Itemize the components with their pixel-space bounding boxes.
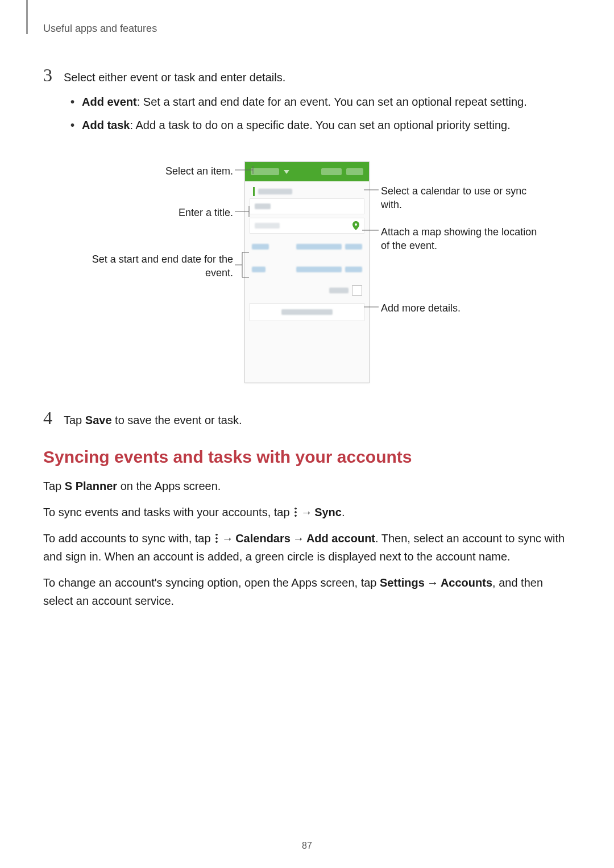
- bullet-title-task: Add task: [82, 119, 130, 131]
- allday-checkbox: [352, 285, 362, 296]
- event-form-diagram: Select an item. Enter a title. Set a sta…: [63, 161, 551, 389]
- page-number: 87: [0, 841, 614, 851]
- step-3: 3 Select either event or task and enter …: [43, 69, 571, 146]
- phone-header: [245, 162, 369, 181]
- map-pin-icon: [352, 221, 359, 230]
- p1-bold: S Planner: [65, 480, 117, 492]
- header-section: Useful apps and features: [43, 23, 571, 35]
- bullet-title-event: Add event: [82, 95, 137, 108]
- p3-b1: Calendars: [235, 532, 291, 545]
- step-4-bold: Save: [85, 414, 112, 426]
- callout-set-dates: Set a start and end date for the event.: [63, 252, 233, 280]
- step-4-post: to save the event or task.: [112, 414, 242, 426]
- allday-row: [250, 283, 364, 298]
- p1-post: on the Apps screen.: [117, 480, 221, 492]
- location-input-row: [250, 218, 364, 234]
- p2-pre: To sync events and tasks with your accou…: [43, 506, 293, 518]
- bullet-desc-event: : Set a start and end date for an event.…: [137, 95, 527, 108]
- para-splanner: Tap S Planner on the Apps screen.: [43, 477, 571, 495]
- more-options-icon-2: [214, 533, 219, 543]
- more-options-icon: [293, 507, 298, 517]
- callout-select-item: Select an item.: [63, 164, 233, 178]
- step-number-3: 3: [43, 66, 64, 84]
- dropdown-caret-icon: [284, 169, 289, 175]
- step-3-text: Select either event or task and enter de…: [64, 69, 571, 86]
- callout-enter-title: Enter a title.: [63, 206, 233, 219]
- p2-bold: Sync: [314, 506, 342, 518]
- p3-b2: Add account: [306, 532, 375, 545]
- para-change-sync: To change an account's syncing option, o…: [43, 574, 571, 610]
- p3-arr2: →: [293, 529, 304, 547]
- start-date-row: [250, 237, 364, 256]
- p3-arr1: →: [222, 529, 233, 547]
- bullet-add-task: • Add task: Add a task to do on a specif…: [70, 117, 571, 134]
- callout-add-details: Add more details.: [381, 301, 540, 315]
- bullet-add-event: • Add event: Set a start and end date fo…: [70, 93, 571, 111]
- phone-mock-frame: [244, 161, 370, 383]
- p2-arrow: →: [301, 503, 312, 521]
- title-input-row: [250, 198, 364, 214]
- view-more-options-button: [250, 303, 364, 321]
- para-add-accounts: To add accounts to sync with, tap → Cale…: [43, 529, 571, 566]
- p4-b1: Settings: [380, 576, 425, 589]
- para-sync: To sync events and tasks with your accou…: [43, 503, 571, 521]
- calendar-select-row: [250, 185, 364, 198]
- step-number-4: 4: [43, 409, 64, 427]
- section-heading-syncing: Syncing events and tasks with your accou…: [43, 447, 571, 467]
- callout-attach-map: Attach a map showing the location of the…: [381, 225, 540, 253]
- callout-select-calendar: Select a calendar to use or sync with.: [381, 184, 540, 212]
- p1-pre: Tap: [43, 480, 65, 492]
- step-4-pre: Tap: [64, 414, 85, 426]
- p4-pre: To change an account's syncing option, o…: [43, 576, 380, 589]
- step-4: 4 Tap Save to save the event or task.: [43, 412, 571, 429]
- p4-arrow: →: [427, 574, 438, 592]
- p4-b2: Accounts: [441, 576, 492, 589]
- bullet-desc-task: : Add a task to do on a specific date. Y…: [130, 119, 510, 131]
- end-date-row: [250, 260, 364, 279]
- p2-post: .: [342, 506, 345, 518]
- p3-pre: To add accounts to sync with, tap: [43, 532, 214, 545]
